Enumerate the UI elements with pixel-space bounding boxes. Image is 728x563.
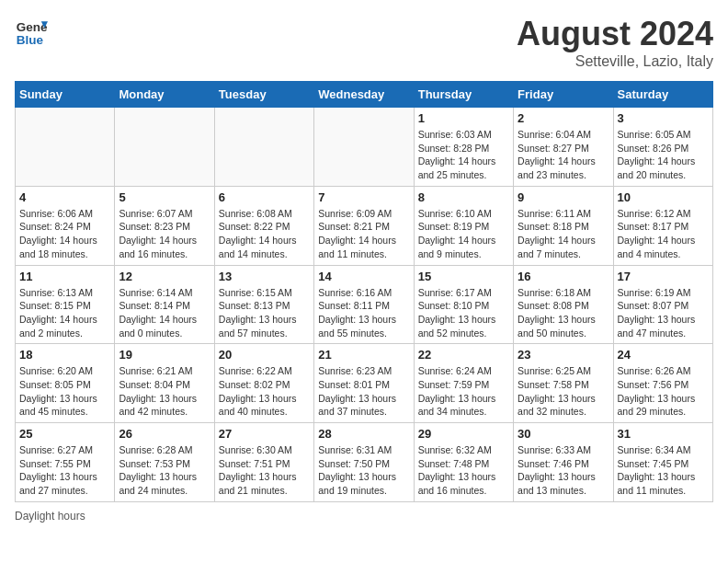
calendar-day-header: Sunday [16, 82, 115, 108]
calendar-cell: 5Sunrise: 6:07 AM Sunset: 8:23 PM Daylig… [115, 186, 214, 265]
calendar-cell: 25Sunrise: 6:27 AM Sunset: 7:55 PM Dayli… [16, 423, 115, 502]
calendar-cell: 29Sunrise: 6:32 AM Sunset: 7:48 PM Dayli… [414, 423, 513, 502]
calendar-cell: 21Sunrise: 6:23 AM Sunset: 8:01 PM Dayli… [314, 344, 414, 423]
calendar-cell: 24Sunrise: 6:26 AM Sunset: 7:56 PM Dayli… [613, 344, 712, 423]
day-info: Sunrise: 6:28 AM Sunset: 7:53 PM Dayligh… [119, 443, 210, 498]
day-info: Sunrise: 6:14 AM Sunset: 8:14 PM Dayligh… [119, 286, 210, 340]
calendar-cell: 14Sunrise: 6:16 AM Sunset: 8:11 PM Dayli… [314, 265, 414, 344]
calendar-cell: 26Sunrise: 6:28 AM Sunset: 7:53 PM Dayli… [115, 423, 214, 502]
calendar-day-header: Friday [514, 82, 613, 108]
day-info: Sunrise: 6:12 AM Sunset: 8:17 PM Dayligh… [618, 207, 709, 261]
day-info: Sunrise: 6:08 AM Sunset: 8:22 PM Dayligh… [219, 207, 310, 261]
day-number: 2 [518, 111, 609, 125]
calendar-cell: 7Sunrise: 6:09 AM Sunset: 8:21 PM Daylig… [314, 186, 414, 265]
location: Setteville, Lazio, Italy [517, 53, 713, 70]
day-info: Sunrise: 6:15 AM Sunset: 8:13 PM Dayligh… [219, 286, 310, 340]
day-number: 6 [219, 190, 310, 204]
calendar-cell: 10Sunrise: 6:12 AM Sunset: 8:17 PM Dayli… [613, 186, 712, 265]
calendar-cell: 19Sunrise: 6:21 AM Sunset: 8:04 PM Dayli… [115, 344, 214, 423]
day-info: Sunrise: 6:19 AM Sunset: 8:07 PM Dayligh… [618, 286, 709, 340]
month-year: August 2024 [517, 15, 713, 53]
day-number: 16 [518, 270, 609, 283]
day-number: 26 [119, 427, 210, 441]
calendar-cell [214, 108, 313, 187]
day-info: Sunrise: 6:25 AM Sunset: 7:58 PM Dayligh… [518, 364, 609, 419]
day-number: 28 [318, 427, 409, 441]
day-info: Sunrise: 6:33 AM Sunset: 7:46 PM Dayligh… [518, 443, 609, 498]
day-number: 8 [418, 190, 509, 204]
day-number: 23 [518, 348, 609, 362]
calendar-cell: 9Sunrise: 6:11 AM Sunset: 8:18 PM Daylig… [514, 186, 613, 265]
day-info: Sunrise: 6:21 AM Sunset: 8:04 PM Dayligh… [119, 364, 210, 419]
day-info: Sunrise: 6:09 AM Sunset: 8:21 PM Dayligh… [318, 207, 409, 261]
calendar-table: SundayMondayTuesdayWednesdayThursdayFrid… [15, 81, 713, 502]
page-header: General Blue August 2024 Setteville, Laz… [15, 15, 713, 70]
day-number: 22 [418, 348, 509, 362]
day-number: 25 [19, 427, 110, 441]
day-number: 30 [518, 427, 609, 441]
day-info: Sunrise: 6:32 AM Sunset: 7:48 PM Dayligh… [418, 443, 509, 498]
svg-text:Blue: Blue [17, 33, 44, 47]
day-number: 3 [618, 111, 709, 125]
day-number: 31 [618, 427, 709, 441]
calendar-week-row: 4Sunrise: 6:06 AM Sunset: 8:24 PM Daylig… [16, 186, 713, 265]
day-info: Sunrise: 6:13 AM Sunset: 8:15 PM Dayligh… [19, 286, 110, 340]
day-info: Sunrise: 6:22 AM Sunset: 8:02 PM Dayligh… [219, 364, 310, 419]
day-info: Sunrise: 6:16 AM Sunset: 8:11 PM Dayligh… [318, 286, 409, 340]
calendar-cell: 30Sunrise: 6:33 AM Sunset: 7:46 PM Dayli… [514, 423, 613, 502]
day-info: Sunrise: 6:24 AM Sunset: 7:59 PM Dayligh… [418, 364, 509, 419]
calendar-cell: 13Sunrise: 6:15 AM Sunset: 8:13 PM Dayli… [214, 265, 313, 344]
day-number: 7 [318, 190, 409, 204]
day-info: Sunrise: 6:31 AM Sunset: 7:50 PM Dayligh… [318, 443, 409, 498]
calendar-cell: 22Sunrise: 6:24 AM Sunset: 7:59 PM Dayli… [414, 344, 513, 423]
calendar-cell: 31Sunrise: 6:34 AM Sunset: 7:45 PM Dayli… [613, 423, 712, 502]
calendar-cell [16, 108, 115, 187]
day-number: 29 [418, 427, 509, 441]
day-number: 15 [418, 270, 509, 283]
day-number: 18 [19, 348, 110, 362]
calendar-cell: 3Sunrise: 6:05 AM Sunset: 8:26 PM Daylig… [613, 108, 712, 187]
day-info: Sunrise: 6:10 AM Sunset: 8:19 PM Dayligh… [418, 207, 509, 261]
calendar-week-row: 1Sunrise: 6:03 AM Sunset: 8:28 PM Daylig… [16, 108, 713, 187]
footer-note: Daylight hours [15, 510, 713, 523]
calendar-day-header: Thursday [414, 82, 513, 108]
day-info: Sunrise: 6:07 AM Sunset: 8:23 PM Dayligh… [119, 207, 210, 261]
day-info: Sunrise: 6:03 AM Sunset: 8:28 PM Dayligh… [418, 128, 509, 182]
calendar-cell: 28Sunrise: 6:31 AM Sunset: 7:50 PM Dayli… [314, 423, 414, 502]
day-number: 19 [119, 348, 210, 362]
calendar-cell: 20Sunrise: 6:22 AM Sunset: 8:02 PM Dayli… [214, 344, 313, 423]
calendar-cell: 27Sunrise: 6:30 AM Sunset: 7:51 PM Dayli… [214, 423, 313, 502]
calendar-day-header: Saturday [613, 82, 712, 108]
day-number: 14 [318, 270, 409, 283]
day-number: 10 [618, 190, 709, 204]
calendar-day-header: Tuesday [214, 82, 313, 108]
calendar-cell: 16Sunrise: 6:18 AM Sunset: 8:08 PM Dayli… [514, 265, 613, 344]
calendar-cell: 18Sunrise: 6:20 AM Sunset: 8:05 PM Dayli… [16, 344, 115, 423]
day-number: 9 [518, 190, 609, 204]
day-info: Sunrise: 6:23 AM Sunset: 8:01 PM Dayligh… [318, 364, 409, 419]
day-number: 21 [318, 348, 409, 362]
day-info: Sunrise: 6:17 AM Sunset: 8:10 PM Dayligh… [418, 286, 509, 340]
calendar-cell: 4Sunrise: 6:06 AM Sunset: 8:24 PM Daylig… [16, 186, 115, 265]
logo: General Blue [15, 15, 48, 48]
day-info: Sunrise: 6:34 AM Sunset: 7:45 PM Dayligh… [618, 443, 709, 498]
logo-icon: General Blue [15, 15, 48, 48]
day-number: 12 [119, 270, 210, 283]
calendar-week-row: 18Sunrise: 6:20 AM Sunset: 8:05 PM Dayli… [16, 344, 713, 423]
calendar-day-header: Monday [115, 82, 214, 108]
day-info: Sunrise: 6:06 AM Sunset: 8:24 PM Dayligh… [19, 207, 110, 261]
day-number: 20 [219, 348, 310, 362]
day-number: 24 [618, 348, 709, 362]
calendar-cell [115, 108, 214, 187]
day-info: Sunrise: 6:11 AM Sunset: 8:18 PM Dayligh… [518, 207, 609, 261]
day-number: 17 [618, 270, 709, 283]
calendar-cell: 1Sunrise: 6:03 AM Sunset: 8:28 PM Daylig… [414, 108, 513, 187]
calendar-cell: 17Sunrise: 6:19 AM Sunset: 8:07 PM Dayli… [613, 265, 712, 344]
day-number: 5 [119, 190, 210, 204]
calendar-day-header: Wednesday [314, 82, 414, 108]
title-block: August 2024 Setteville, Lazio, Italy [517, 15, 713, 70]
calendar-cell: 11Sunrise: 6:13 AM Sunset: 8:15 PM Dayli… [16, 265, 115, 344]
day-number: 27 [219, 427, 310, 441]
day-info: Sunrise: 6:05 AM Sunset: 8:26 PM Dayligh… [618, 128, 709, 182]
day-info: Sunrise: 6:04 AM Sunset: 8:27 PM Dayligh… [518, 128, 609, 182]
